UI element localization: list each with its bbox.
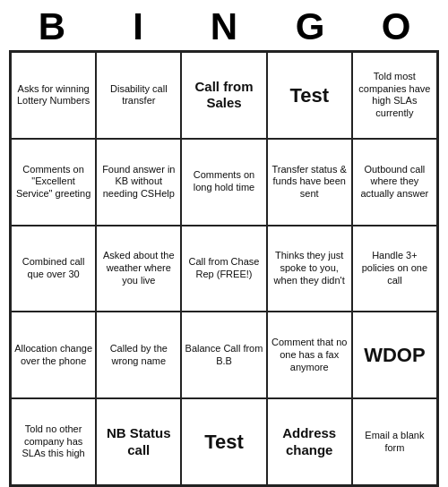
- bingo-cell-21: NB Status call: [96, 398, 181, 485]
- bingo-cell-0: Asks for winning Lottery Numbers: [11, 52, 96, 139]
- bingo-cell-22: Test: [181, 398, 266, 485]
- bingo-cell-23: Address change: [267, 398, 352, 485]
- bingo-cell-17: Balance Call from B.B: [181, 312, 266, 398]
- bingo-cell-7: Comments on long hold time: [181, 139, 266, 226]
- bingo-cell-13: Thinks they just spoke to you, when they…: [267, 226, 352, 312]
- bingo-cell-10: Combined call que over 30: [11, 226, 96, 312]
- bingo-cell-1: Disability call transfer: [96, 52, 181, 139]
- bingo-letter-n: N: [185, 5, 263, 48]
- bingo-cell-12: Call from Chase Rep (FREE!): [181, 226, 266, 312]
- bingo-cell-8: Transfer status & funds have been sent: [267, 139, 352, 226]
- bingo-letter-i: I: [99, 5, 177, 48]
- bingo-cell-2: Call from Sales: [181, 52, 266, 139]
- bingo-letter-b: B: [13, 5, 91, 48]
- bingo-cell-3: Test: [267, 52, 352, 139]
- bingo-cell-11: Asked about the weather where you live: [96, 226, 181, 312]
- bingo-cell-9: Outbound call where they actually answer: [352, 139, 437, 226]
- bingo-cell-20: Told no other company has SLAs this high: [11, 398, 96, 485]
- bingo-cell-18: Comment that no one has a fax anymore: [267, 312, 352, 398]
- bingo-cell-5: Comments on "Excellent Service" greeting: [11, 139, 96, 226]
- bingo-cell-16: Called by the wrong name: [96, 312, 181, 398]
- bingo-header: BINGO: [9, 0, 439, 50]
- bingo-cell-24: Email a blank form: [352, 398, 437, 485]
- bingo-grid: Asks for winning Lottery NumbersDisabili…: [9, 50, 439, 487]
- bingo-cell-6: Found answer in KB without needing CSHel…: [96, 139, 181, 226]
- bingo-letter-o: O: [357, 5, 435, 48]
- bingo-cell-4: Told most companies have high SLAs curre…: [352, 52, 437, 139]
- bingo-letter-g: G: [271, 5, 349, 48]
- bingo-cell-15: Allocation change over the phone: [11, 312, 96, 398]
- bingo-cell-14: Handle 3+ policies on one call: [352, 226, 437, 312]
- bingo-cell-19: WDOP: [352, 312, 437, 398]
